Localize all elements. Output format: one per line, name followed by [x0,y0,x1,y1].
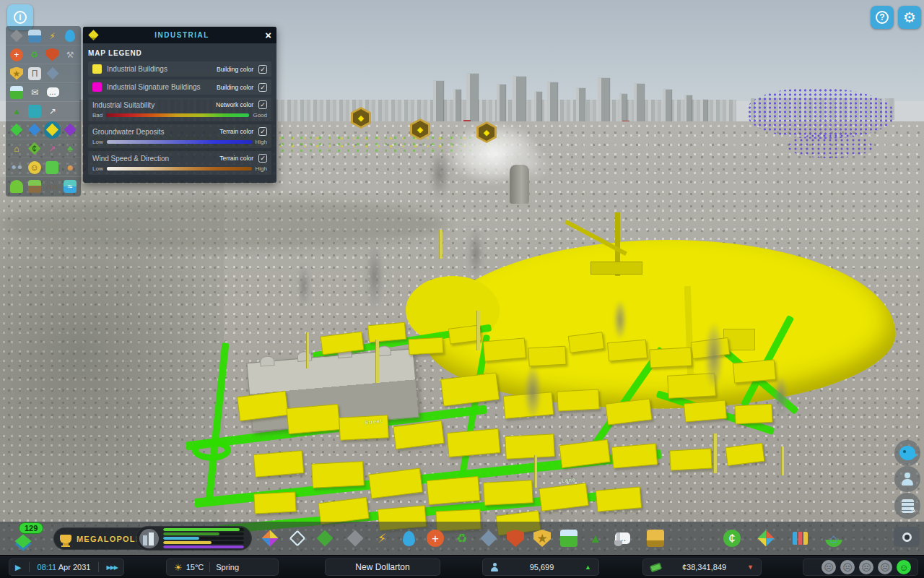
skyscraper [702,100,707,124]
zones-tool-button[interactable] [260,528,280,548]
skyscraper [534,92,541,124]
money-value: ¢38,341,849 [682,563,726,571]
workplaces-icon[interactable]: ☻ [61,159,79,176]
education-tool-button[interactable] [479,528,499,548]
bulldozer-tool-button[interactable] [645,528,666,548]
transportation-icon[interactable] [8,84,25,101]
population-display[interactable]: 95,699 ▲ [482,558,599,576]
police-tool-button[interactable]: ★ [532,528,552,548]
electricity-tool-button[interactable]: ⚡ [372,528,392,548]
communications-icon[interactable]: … [44,84,61,101]
settings-button[interactable]: ⚙ [898,6,921,29]
info-views-button[interactable] [756,528,776,548]
happiness-icon[interactable]: ☺ [26,159,43,176]
panel-title: INDUSTRIAL [99,31,265,39]
tourism-icon[interactable] [26,103,43,120]
fire-rescue-tool-button[interactable] [505,528,526,548]
play-button[interactable]: ▶ [15,563,21,572]
legend-checkbox[interactable]: ✓ [258,65,267,74]
transportation-tool-button[interactable] [559,528,579,548]
residential-icon[interactable]: ⌂ [8,140,25,158]
industrial-icon [88,30,99,40]
economy-panel-button[interactable]: ¢ [722,528,742,548]
roads-tool-button[interactable] [345,528,365,548]
landscaping-button[interactable] [315,528,335,548]
happiness-face-icon[interactable]: ☹ [878,560,892,574]
population-value: 95,699 [530,563,554,571]
education-icon[interactable] [44,65,61,82]
police-icon[interactable]: ★ [8,65,25,82]
money-display[interactable]: ¢38,341,849 ▼ [642,558,762,576]
legend-checkbox[interactable]: ✓ [258,154,267,163]
smoke-plume [468,226,484,280]
speed-button[interactable]: ▶▶▶ [107,564,118,571]
happiness-face-active-icon[interactable]: ☺ [897,560,911,574]
parks-recreation-icon[interactable]: ▲ [8,103,25,120]
progression-panel-button[interactable]: ⌂ [824,528,844,548]
industrial-building [483,480,533,506]
happiness-display[interactable]: ☹☹☹☹☺ [803,558,918,576]
healthcare-tool-button[interactable]: + [425,528,445,548]
legend-checkbox[interactable]: ✓ [258,83,267,92]
zoning-empty-button[interactable] [287,528,308,548]
administration-icon[interactable]: Π [26,65,43,82]
legend-checkbox[interactable]: ✓ [258,127,267,136]
fire-rescue-icon[interactable] [44,46,61,64]
healthcare-icon[interactable]: + [8,46,25,64]
close-icon[interactable]: × [265,30,271,40]
legend-row: Industrial Signature BuildingsBuilding c… [88,79,271,95]
smoke-plume [365,242,384,311]
vehicles-icon[interactable] [26,27,43,45]
legend-checkbox[interactable]: ✓ [258,100,267,109]
infoview-icon-grid: ⚡+♻⚒★Π✉…▲↗⌂¢↗♣☻☻☺☻∩∩≈ [6,26,81,197]
water-icon[interactable] [61,27,79,45]
city-demand-icon [139,529,159,548]
parks-tool-button[interactable]: ▲ [585,528,606,548]
demand-bar-track [163,545,244,548]
water-features-icon[interactable] [26,121,43,139]
legend-color-type: Building color [217,66,253,73]
terrain-icon[interactable] [8,178,25,195]
roads-icon[interactable] [8,27,25,45]
population-icon[interactable]: ☻☻ [8,159,25,176]
chirper-button[interactable] [894,440,920,466]
garbage-icon[interactable]: ♻ [26,46,43,64]
happiness-face-icon[interactable]: ☹ [859,560,873,574]
season: Spring [216,563,239,571]
mail-icon[interactable]: ✉ [26,84,43,101]
shoreline-icon[interactable]: ≈ [61,178,79,195]
routes-icon[interactable]: ↗ [44,103,61,120]
xp-progress-button[interactable]: 129 [12,525,43,553]
happiness-face-icon[interactable]: ☹ [840,560,855,574]
noise-pollution-icon[interactable]: ∩∩ [44,178,61,195]
legend-color-type: Terrain color [219,128,253,135]
climate-display[interactable]: ☀ 15°C Spring [166,558,279,576]
money-icon[interactable] [44,159,61,176]
follow-citizen-button[interactable] [894,466,920,492]
soil-icon[interactable] [26,178,43,195]
city-statistics-icon[interactable]: ↗ [44,140,61,158]
industrial-building [311,461,365,488]
water-sewage-tool-button[interactable] [398,528,419,548]
garbage-tool-button[interactable]: ♻ [452,528,472,548]
happiness-face-icon[interactable]: ☹ [821,560,836,574]
legend-row: Groundwater DepositsTerrain color✓LowHig… [88,124,271,148]
journal-button[interactable] [894,493,920,519]
industrial-building [528,346,566,367]
industrial-infoview-icon[interactable] [44,121,61,139]
electricity-icon[interactable]: ⚡ [44,27,61,45]
fertile-land-icon[interactable]: ♣ [61,140,79,158]
zones-icon[interactable] [8,121,25,139]
legend-label: Groundwater Deposits [92,128,214,136]
help-button[interactable]: ? [871,6,894,29]
maintenance-icon[interactable]: ⚒ [61,46,79,64]
info-icon: i [14,11,27,24]
excavator-body [590,262,642,275]
city-name-display[interactable]: New Dollarton [325,558,440,576]
city-statistics-panel-button[interactable] [790,528,810,548]
journal-icon [902,499,914,513]
demand-button[interactable] [136,526,252,551]
photo-mode-button[interactable] [894,527,920,547]
land-value-icon[interactable]: ¢ [26,140,43,158]
mineral-resources-icon[interactable] [61,121,79,139]
